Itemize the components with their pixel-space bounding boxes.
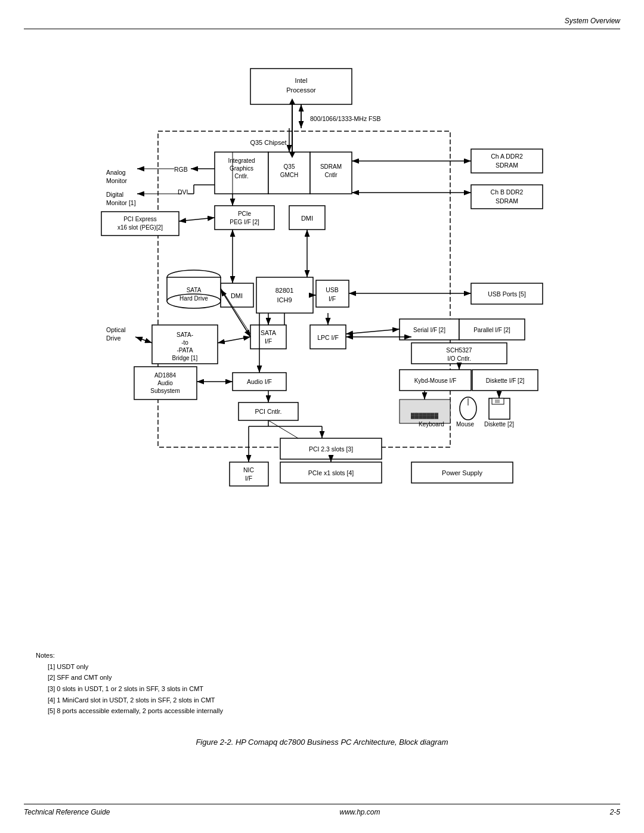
svg-text:-PATA: -PATA xyxy=(177,347,193,354)
svg-text:Analog: Analog xyxy=(106,169,126,176)
notes-label: Notes: xyxy=(36,651,223,661)
note-4: [4] 1 MiniCard slot in USDT, 2 slots in … xyxy=(48,695,223,706)
svg-text:Optical: Optical xyxy=(106,326,126,333)
svg-line-84 xyxy=(218,337,250,343)
svg-text:USB Ports [5]: USB Ports [5] xyxy=(488,290,526,298)
svg-line-139 xyxy=(268,420,298,438)
header-title: System Overview xyxy=(565,17,620,25)
svg-rect-53 xyxy=(256,277,313,313)
svg-rect-60 xyxy=(316,280,349,307)
svg-text:Monitor [1]: Monitor [1] xyxy=(106,199,136,206)
svg-text:PCIe x1 slots [4]: PCIe x1 slots [4] xyxy=(308,469,354,476)
svg-text:PCI Cntlr.: PCI Cntlr. xyxy=(255,408,282,415)
svg-text:NIC: NIC xyxy=(243,466,255,473)
svg-text:RGB: RGB xyxy=(174,166,188,173)
footer-left: Technical Reference Guide xyxy=(24,808,110,816)
svg-line-52 xyxy=(179,218,215,221)
svg-rect-20 xyxy=(215,206,274,230)
svg-text:I/F: I/F xyxy=(265,337,272,345)
svg-text:GMCH: GMCH xyxy=(280,172,299,178)
svg-text:SCH5327: SCH5327 xyxy=(446,347,472,354)
svg-rect-49 xyxy=(101,212,179,236)
svg-text:Power Supply: Power Supply xyxy=(442,469,482,476)
notes-section: Notes: [1] USDT only [2] SFF and CMT onl… xyxy=(36,651,223,717)
svg-text:Subsystem: Subsystem xyxy=(150,388,179,394)
svg-text:Ch B DDR2: Ch B DDR2 xyxy=(491,188,524,196)
svg-text:Kybd-Mouse I/F: Kybd-Mouse I/F xyxy=(414,377,457,384)
svg-text:SDRAM: SDRAM xyxy=(320,163,342,170)
svg-text:Ch A DDR2: Ch A DDR2 xyxy=(491,153,523,160)
svg-text:I/O Cntlr.: I/O Cntlr. xyxy=(447,355,470,362)
svg-text:Graphics: Graphics xyxy=(230,165,253,172)
svg-rect-109 xyxy=(495,400,500,403)
svg-text:Monitor: Monitor xyxy=(106,177,128,184)
svg-text:I/F: I/F xyxy=(245,475,252,482)
svg-line-149 xyxy=(346,329,400,334)
svg-text:DVI: DVI xyxy=(178,188,188,196)
svg-text:PEG I/F [2]: PEG I/F [2] xyxy=(230,219,259,225)
svg-rect-126 xyxy=(230,462,268,486)
svg-text:SDRAM: SDRAM xyxy=(496,197,518,205)
block-diagram: Intel Processor 800/1066/1333-MHz FSB Q3… xyxy=(18,33,626,552)
note-5: [5] 8 ports accessible externally, 2 por… xyxy=(48,705,223,717)
svg-text:82801: 82801 xyxy=(275,287,294,294)
svg-text:SATA: SATA xyxy=(261,329,276,336)
svg-text:PCI Express: PCI Express xyxy=(123,216,157,222)
svg-text:Parallel I/F [2]: Parallel I/F [2] xyxy=(473,327,510,333)
svg-text:DMI: DMI xyxy=(301,215,313,222)
svg-text:Processor: Processor xyxy=(286,86,316,94)
svg-text:Integrated: Integrated xyxy=(228,157,255,164)
svg-text:Bridge [1]: Bridge [1] xyxy=(172,355,198,361)
note-2: [2] SFF and CMT only xyxy=(48,672,223,683)
svg-text:Drive: Drive xyxy=(106,335,121,342)
svg-text:800/1066/1333-MHz FSB: 800/1066/1333-MHz FSB xyxy=(310,115,380,122)
svg-text:Q35: Q35 xyxy=(284,163,295,170)
svg-text:Cntlr.: Cntlr. xyxy=(234,173,248,179)
svg-text:Serial I/F [2]: Serial I/F [2] xyxy=(413,327,445,333)
note-3: [3] 0 slots in USDT, 1 or 2 slots in SFF… xyxy=(48,683,223,695)
figure-caption: Figure 2-2. HP Comapq dc7800 Business PC… xyxy=(0,738,644,747)
svg-text:▓▓▓▓▓▓▓: ▓▓▓▓▓▓▓ xyxy=(411,413,438,419)
footer-right: 2-5 xyxy=(610,808,620,816)
page-header: System Overview xyxy=(565,17,620,25)
svg-text:PCI 2.3 slots [3]: PCI 2.3 slots [3] xyxy=(309,445,353,453)
svg-text:Diskette I/F [2]: Diskette I/F [2] xyxy=(486,377,525,384)
svg-text:Cntlr: Cntlr xyxy=(324,172,338,178)
page-footer: Technical Reference Guide www.hp.com 2-5 xyxy=(24,808,620,816)
svg-text:Audio: Audio xyxy=(157,380,173,386)
svg-text:PCIe: PCIe xyxy=(238,210,252,217)
svg-text:Q35 Chipset: Q35 Chipset xyxy=(250,139,286,146)
note-1: [1] USDT only xyxy=(48,661,223,673)
svg-text:x16 slot (PEG)[2]: x16 slot (PEG)[2] xyxy=(117,224,163,231)
svg-text:I/F: I/F xyxy=(329,295,336,302)
svg-text:Intel: Intel xyxy=(295,77,308,84)
svg-text:Diskette [2]: Diskette [2] xyxy=(484,421,514,428)
svg-text:DMI: DMI xyxy=(231,292,243,299)
svg-text:-to: -to xyxy=(181,339,188,346)
svg-rect-101 xyxy=(400,400,450,423)
svg-text:USB: USB xyxy=(326,286,339,293)
svg-line-87 xyxy=(135,337,152,343)
footer-center: www.hp.com xyxy=(339,808,380,816)
svg-text:Digital: Digital xyxy=(106,191,123,198)
svg-text:Hard Drive: Hard Drive xyxy=(179,295,208,302)
svg-text:AD1884: AD1884 xyxy=(154,372,177,379)
svg-rect-66 xyxy=(250,325,286,349)
svg-text:Keyboard: Keyboard xyxy=(419,421,444,428)
svg-text:Audio I/F: Audio I/F xyxy=(247,378,272,385)
svg-text:SATA: SATA xyxy=(187,287,202,293)
header-line xyxy=(24,29,620,29)
svg-text:SATA-: SATA- xyxy=(177,332,193,338)
svg-text:LPC I/F: LPC I/F xyxy=(317,334,339,341)
svg-text:Mouse: Mouse xyxy=(456,421,474,428)
footer-line xyxy=(24,804,620,804)
svg-text:ICH9: ICH9 xyxy=(277,296,292,304)
svg-text:SDRAM: SDRAM xyxy=(496,162,518,169)
